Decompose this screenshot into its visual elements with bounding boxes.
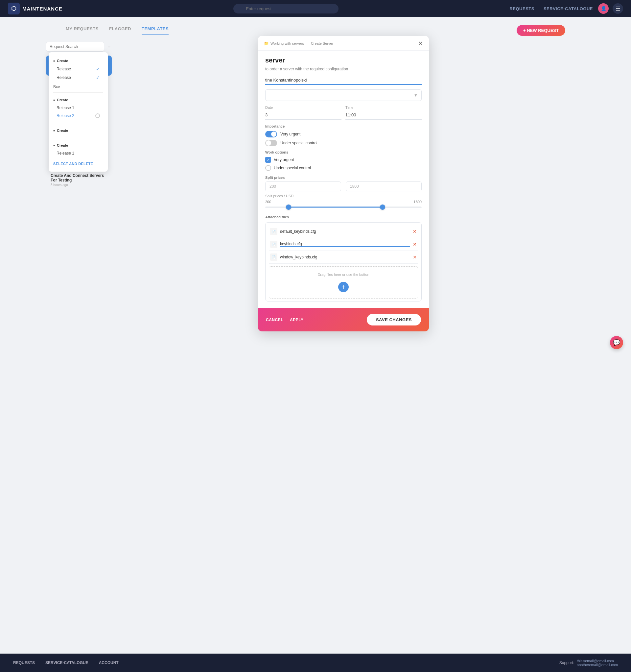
file-remove-button[interactable]: ✕ [413, 229, 417, 234]
modal-close-button[interactable]: ✕ [418, 41, 423, 46]
tab-flagged[interactable]: FLAGGED [109, 26, 131, 34]
breadcrumb: 📁 Working with servers — Create Server [264, 41, 333, 46]
file-icon: 📄 [270, 241, 277, 248]
bullet-icon: ▪ [53, 97, 55, 102]
range-labels: 200 1800 [265, 200, 422, 204]
logo-text: MAINTENANCE [22, 6, 63, 11]
tabs: MY REQUESTS FLAGGED TEMPLATES [66, 26, 169, 34]
file-remove-button[interactable]: ✕ [413, 242, 417, 247]
add-file-button[interactable]: + [338, 282, 349, 292]
menu-section-header: ▪ Create [53, 57, 103, 65]
footer-email-2: anotheremail@email.com [577, 663, 618, 667]
footer-email-1: thisisemail@email.com [577, 659, 618, 663]
save-changes-button[interactable]: SAVE CHANGES [367, 314, 421, 326]
check-icon: ✓ [96, 75, 100, 80]
breadcrumb-page: Create Server [311, 42, 333, 45]
work-options-label: Work options [265, 150, 422, 154]
menu-section-1: ▪ Create Release ✓ Release ✓ [49, 55, 108, 83]
file-icon: 📄 [270, 254, 277, 261]
page-footer: REQUESTS SERVICE-CATALOGUE ACCOUNT Suppo… [0, 654, 631, 672]
work-options-section: Work options ✓ Very urgent Under special… [265, 150, 422, 171]
chat-button[interactable]: 💬 [610, 336, 623, 349]
toggle-label: Very urgent [280, 132, 300, 137]
menu-section-label: Create [57, 59, 68, 63]
split-inputs [265, 182, 422, 191]
header-icons: 👤 ☰ [598, 3, 623, 14]
select-delete-button[interactable]: SELECT AND DELETE [53, 162, 93, 166]
header-nav: REQUESTS SERVICE-CATALOGUE [509, 6, 593, 11]
work-option-2: Under special control [265, 165, 422, 171]
work-option-1: ✓ Very urgent [265, 157, 422, 163]
folder-icon: 📁 [264, 41, 269, 46]
footer-nav-service-catalogue[interactable]: SERVICE-CATALOGUE [45, 661, 89, 665]
nav-requests[interactable]: REQUESTS [509, 6, 534, 11]
menu-item-release[interactable]: Release ✓ [53, 65, 103, 73]
new-request-button[interactable]: + NEW REQUEST [517, 25, 565, 36]
menu-item-release1b[interactable]: Release 1 [53, 149, 103, 157]
menu-divider [53, 123, 103, 123]
datetime-section: Date Time [265, 105, 422, 120]
split-min-input[interactable] [265, 182, 341, 191]
bullet-icon: ▪ [53, 143, 55, 148]
modal-body: server to order a server with the requir… [258, 51, 429, 302]
attached-files-section: Attached files 📄 default_keybinds.cfg ✕ … [265, 215, 422, 302]
tabs-bar: MY REQUESTS FLAGGED TEMPLATES + NEW REQU… [0, 17, 631, 36]
checkbox-very-urgent[interactable]: ✓ [265, 157, 271, 163]
footer-nav-requests[interactable]: REQUESTS [13, 661, 35, 665]
avatar[interactable]: 👤 [598, 3, 609, 14]
attached-files-label: Attached files [265, 215, 422, 219]
menu-item-label: Release 2 [56, 114, 74, 118]
file-item: 📄 window_keybinds.cfg ✕ [269, 251, 418, 264]
file-name-editing-input[interactable] [280, 242, 410, 247]
menu-item-label: Release [56, 67, 71, 71]
range-thumb-right[interactable] [380, 205, 385, 210]
split-prices-label: Split prices [265, 175, 422, 179]
body-area: ≡ ✓ Create And Connect Servers For Testi… [0, 36, 631, 197]
importance-section: Importance Very urgent Under special co [265, 124, 422, 146]
tab-my-requests[interactable]: MY REQUESTS [66, 26, 99, 34]
menu-button[interactable]: ☰ [613, 3, 623, 14]
select-wrap: ▼ [265, 90, 422, 101]
footer-emails: thisisemail@email.com anotheremail@email… [577, 659, 618, 667]
nav-service-catalogue[interactable]: SERVICE-CATALOGUE [543, 6, 593, 11]
range-thumb-left[interactable] [286, 205, 291, 210]
work-option-label: Under special control [274, 166, 311, 170]
bullet-icon: ▪ [53, 128, 55, 133]
toggle-special-control[interactable] [265, 140, 277, 146]
footer-nav-account[interactable]: ACCOUNT [99, 661, 119, 665]
importance-label: Importance [265, 124, 422, 128]
time-input[interactable] [345, 111, 422, 120]
time-field-wrap: Time [345, 105, 422, 120]
file-remove-button[interactable]: ✕ [413, 255, 417, 260]
category-select[interactable] [265, 90, 422, 101]
footer-left: CANCEL APPLY [266, 318, 304, 322]
menu-item-release-2[interactable]: Release ✓ [53, 73, 103, 82]
check-icon: ✓ [96, 66, 100, 72]
cancel-button[interactable]: CANCEL [266, 318, 283, 322]
range-slider[interactable] [265, 204, 422, 210]
menu-section-3: ▪ Create [49, 125, 108, 136]
toggle-very-urgent[interactable] [265, 131, 277, 138]
file-item: 📄 ✕ [269, 238, 418, 251]
check-icon: ✓ [267, 158, 270, 162]
split-max-input[interactable] [346, 182, 422, 191]
radio-special-control[interactable] [265, 165, 271, 171]
logo: ⬡ MAINTENANCE [8, 3, 63, 15]
chat-icon: 💬 [613, 339, 620, 346]
toggle-row-2: Under special control [265, 140, 422, 146]
menu-icon: ☰ [615, 6, 620, 12]
menu-item-release2[interactable]: Release 2 [53, 112, 103, 120]
apply-button[interactable]: APPLY [290, 318, 304, 322]
menu-all-item[interactable]: Все [49, 83, 108, 90]
drop-zone[interactable]: Drag files here or use the button + [269, 266, 418, 298]
menu-item-label: Release 1 [56, 105, 74, 110]
sidebar: ≡ ✓ Create And Connect Servers For Testi… [46, 42, 112, 191]
search-input[interactable] [233, 4, 339, 14]
menu-item-label: Release [56, 75, 71, 80]
name-input[interactable] [265, 76, 422, 85]
date-input[interactable] [265, 111, 341, 120]
menu-item-release1[interactable]: Release 1 [53, 104, 103, 112]
range-fill [289, 207, 383, 208]
main-content: MY REQUESTS FLAGGED TEMPLATES + NEW REQU… [0, 0, 631, 672]
tab-templates[interactable]: TEMPLATES [142, 26, 169, 34]
